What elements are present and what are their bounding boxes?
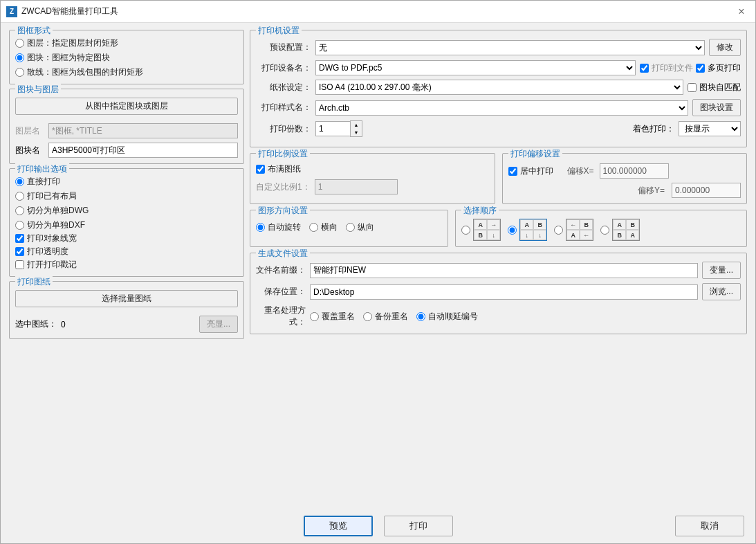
block-fit-label: 图块自匹配 xyxy=(699,82,741,93)
print-button[interactable]: 打印 xyxy=(384,516,453,536)
dir-portrait[interactable]: 纵向 xyxy=(346,221,374,233)
device-select[interactable]: DWG to PDF.pc5 xyxy=(315,60,636,75)
offset-y-label: 偏移Y= xyxy=(638,185,665,197)
order-option-3[interactable]: ←B A← xyxy=(554,219,593,241)
cancel-button[interactable]: 取消 xyxy=(675,516,744,536)
prefix-input[interactable] xyxy=(310,263,698,278)
fit-paper-label: 布满图纸 xyxy=(268,163,301,175)
selected-count-value: 0 xyxy=(61,320,66,329)
rename-options: 覆盖重名 备份重名 自动顺延编号 xyxy=(310,311,478,323)
print-output-group: 打印输出选项 直接打印 打印已有布局 切分为单独DWG xyxy=(9,168,244,277)
stamp-label: 打开打印戳记 xyxy=(27,259,77,271)
preset-row: 预设配置： 无 修改 xyxy=(256,39,741,56)
color-print-label: 着色打印： xyxy=(633,123,674,135)
print-to-file-checkbox[interactable] xyxy=(640,64,649,73)
frame-option-layer[interactable]: 图层：指定图层封闭矩形 xyxy=(15,37,238,49)
browse-button[interactable]: 浏览... xyxy=(702,283,741,300)
modify-button[interactable]: 修改 xyxy=(709,39,741,56)
close-button[interactable]: × xyxy=(733,3,750,20)
block-input[interactable] xyxy=(48,143,238,158)
offset-group-title: 打印偏移设置 xyxy=(508,148,562,160)
scale-group: 打印比例设置 布满图纸 自定义比例1： xyxy=(250,153,495,204)
checkbox-stamp[interactable]: 打开打印戳记 xyxy=(15,259,238,271)
frame-layer-label: 图层：指定图层封闭矩形 xyxy=(27,37,118,49)
order-option-4[interactable]: AB BA xyxy=(600,219,640,241)
from-drawing-button[interactable]: 从图中指定图块或图层 xyxy=(15,98,238,115)
preset-select[interactable]: 无 xyxy=(315,40,705,55)
dir-landscape[interactable]: 横向 xyxy=(309,221,338,233)
block-fit-checkbox[interactable] xyxy=(688,83,697,92)
dir-portrait-label: 纵向 xyxy=(358,221,374,233)
fit-paper-option[interactable]: 布满图纸 xyxy=(256,163,489,175)
rename-backup[interactable]: 备份重名 xyxy=(363,311,408,323)
order-icon-1: A→ B↓ xyxy=(473,219,501,241)
preset-label: 预设配置： xyxy=(256,42,311,53)
output-layout-label: 打印已有布局 xyxy=(27,190,77,202)
highlight-button[interactable]: 亮显... xyxy=(199,316,238,333)
center-print-checkbox[interactable] xyxy=(508,167,517,176)
layer-input[interactable] xyxy=(48,123,238,138)
spinbox-down[interactable]: ▼ xyxy=(351,129,362,136)
multipage-checkbox[interactable] xyxy=(696,64,705,73)
order-icon-4: AB BA xyxy=(612,219,640,241)
spinbox-up[interactable]: ▲ xyxy=(351,121,362,129)
variable-button[interactable]: 变量... xyxy=(702,262,741,279)
device-label: 打印设备名： xyxy=(256,62,311,74)
block-settings-button[interactable]: 图块设置 xyxy=(692,99,741,116)
print-paper-title: 打印图纸 xyxy=(15,276,53,288)
offset-y-input[interactable]: 0.000000 xyxy=(672,183,741,198)
output-single-dxf[interactable]: 切分为单独DXF xyxy=(15,219,238,231)
rename-row: 重名处理方式： 覆盖重名 备份重名 xyxy=(256,305,741,328)
offset-x-input[interactable]: 100.000000 xyxy=(600,163,669,179)
order-icon-3: ←B A← xyxy=(566,219,593,241)
frame-option-block[interactable]: 图块：图框为特定图块 xyxy=(15,52,238,64)
copies-input[interactable] xyxy=(315,121,350,136)
main-window: Z ZWCAD智能批量打印工具 × 图框形式 图层：指定图层封闭矩形 图块：图框… xyxy=(0,0,756,544)
print-output-title: 打印输出选项 xyxy=(15,163,69,175)
output-layout[interactable]: 打印已有布局 xyxy=(15,190,238,202)
paper-select[interactable]: ISO A4 (210.00 x 297.00 毫米) xyxy=(315,80,683,95)
style-select[interactable]: Arch.ctb xyxy=(315,100,688,116)
right-panel: 打印机设置 预设配置： 无 修改 打印设备名： DWG to PDF.pc5 xyxy=(250,30,747,509)
output-single-dwg[interactable]: 切分为单独DWG xyxy=(15,205,238,217)
copies-label: 打印份数： xyxy=(256,123,311,135)
block-layer-title: 图块与图层 xyxy=(15,84,61,96)
checkbox-linewidth[interactable]: 打印对象线宽 xyxy=(15,233,238,244)
select-batch-button[interactable]: 选择批量图纸 xyxy=(15,290,238,307)
output-direct-label: 直接打印 xyxy=(27,176,60,188)
checkbox-transparency[interactable]: 打印透明度 xyxy=(15,246,238,257)
prefix-label: 文件名前缀： xyxy=(256,264,306,276)
fit-paper-checkbox[interactable] xyxy=(256,165,265,174)
order-option-1[interactable]: A→ B↓ xyxy=(461,219,501,241)
copies-row: 打印份数： ▲ ▼ 着色打印： 按显示 xyxy=(256,120,741,137)
frame-scatter-label: 散线：图框为线包围的封闭矩形 xyxy=(27,66,143,78)
custom-scale-input[interactable] xyxy=(315,179,398,194)
rename-label: 重名处理方式： xyxy=(256,305,306,328)
order-option-2[interactable]: AB ↓↓ xyxy=(508,219,547,241)
printer-group-title: 打印机设置 xyxy=(256,25,302,37)
transparency-label: 打印透明度 xyxy=(27,246,68,257)
output-direct[interactable]: 直接打印 xyxy=(15,176,238,188)
offset-group: 打印偏移设置 居中打印 偏移X= 100.000000 偏移Y= 0.00000… xyxy=(502,153,748,204)
scale-group-title: 打印比例设置 xyxy=(256,148,310,160)
rename-overwrite[interactable]: 覆盖重名 xyxy=(310,311,355,323)
rename-overwrite-label: 覆盖重名 xyxy=(322,311,355,323)
prefix-row: 文件名前缀： 变量... xyxy=(256,262,741,279)
preview-button[interactable]: 预览 xyxy=(304,516,373,536)
file-group: 生成文件设置 文件名前缀： 变量... 保存位置： 浏览... 重名处理方式： xyxy=(250,253,747,334)
center-print-option[interactable]: 居中打印 偏移X= 100.000000 xyxy=(508,163,741,179)
order-group: 选择顺序 A→ B↓ xyxy=(455,210,747,247)
direction-group: 图形方向设置 自动旋转 横向 纵向 xyxy=(250,210,448,247)
copies-spinbox: ▲ ▼ xyxy=(315,120,362,137)
rename-auto[interactable]: 自动顺延编号 xyxy=(416,311,478,323)
checkbox-group: 打印对象线宽 打印透明度 打开打印戳记 xyxy=(15,233,238,271)
frame-group-title: 图框形式 xyxy=(15,25,53,37)
dir-landscape-label: 横向 xyxy=(321,221,338,233)
file-group-title: 生成文件设置 xyxy=(256,248,310,260)
save-input[interactable] xyxy=(310,284,698,300)
dir-auto[interactable]: 自动旋转 xyxy=(256,221,301,233)
color-print-select[interactable]: 按显示 xyxy=(679,121,741,136)
scale-offset-row: 打印比例设置 布满图纸 自定义比例1： 打印偏移设置 xyxy=(250,153,747,204)
frame-option-scatter[interactable]: 散线：图框为线包围的封闭矩形 xyxy=(15,66,238,78)
center-print-label: 居中打印 xyxy=(520,165,553,177)
